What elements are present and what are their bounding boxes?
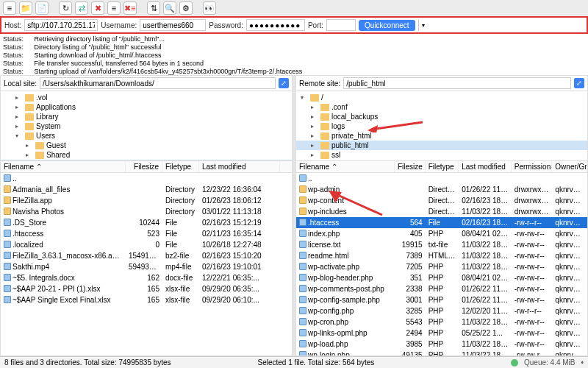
remote-file-header[interactable]: Filename ⌃ Filesize Filetype Last modifi… bbox=[296, 161, 587, 173]
port-input[interactable] bbox=[326, 19, 356, 31]
tree-item[interactable]: ▾/ bbox=[296, 93, 587, 102]
tree-item[interactable]: ▸Shared bbox=[1, 150, 292, 160]
folder-icon bbox=[320, 123, 329, 130]
file-row[interactable]: .htaccess564File02/16/23 18:...-rw-r--r-… bbox=[296, 217, 587, 228]
twisty-icon[interactable]: ▸ bbox=[311, 113, 318, 120]
tree-item[interactable]: ▸logs bbox=[296, 121, 587, 131]
file-row[interactable]: readme.html7389HTML document11/03/22 18:… bbox=[296, 250, 587, 261]
queue-menu-icon[interactable]: • bbox=[581, 358, 584, 367]
remote-tree[interactable]: ▾/▸.conf▸local_backups▸logs▸private_html… bbox=[296, 91, 587, 161]
twisty-icon[interactable]: ▸ bbox=[311, 132, 318, 139]
file-row[interactable]: Navisha PhotosDirectory03/01/22 11:13:18 bbox=[1, 206, 292, 217]
file-row[interactable]: wp-includesDirectory11/03/22 18:...drwxr… bbox=[296, 206, 587, 217]
col-filesize[interactable]: Filesize bbox=[395, 161, 426, 172]
twisty-icon[interactable]: ▸ bbox=[311, 152, 318, 158]
file-row[interactable]: wp-config.php3285PHP12/02/20 11:...-rw-r… bbox=[296, 305, 587, 316]
file-row[interactable]: wp-config-sample.php3001PHP01/26/22 11:3… bbox=[296, 294, 587, 305]
expand-icon[interactable]: ⤢ bbox=[574, 78, 584, 88]
cancel-icon[interactable]: ✖ bbox=[91, 1, 104, 15]
file-row[interactable]: wp-blog-header.php351PHP08/04/21 02:...-… bbox=[296, 272, 587, 283]
col-filetype[interactable]: Filetype bbox=[162, 161, 199, 172]
file-row[interactable]: FileZilla_3.63.1_macosx-x86.app.tar.bz21… bbox=[1, 250, 292, 261]
tree-item[interactable]: ▸Library bbox=[1, 112, 292, 121]
host-input[interactable] bbox=[24, 19, 98, 31]
file-row[interactable]: Sakthi.mp459493311mp4-file02/16/23 19:10… bbox=[1, 261, 292, 272]
remote-path-input[interactable] bbox=[343, 77, 571, 89]
twisty-icon[interactable]: ▸ bbox=[311, 123, 318, 130]
expand-icon[interactable]: ⤢ bbox=[279, 78, 289, 88]
file-row[interactable]: .DS_Store10244File02/16/23 15:12:19 bbox=[1, 217, 292, 228]
col-filesize[interactable]: Filesize bbox=[126, 161, 162, 172]
file-row[interactable]: wp-login.php49135PHP11/03/22 18:...-rw-r… bbox=[296, 350, 587, 355]
col-permissions[interactable]: Permissions bbox=[512, 161, 553, 172]
file-row[interactable]: ~$AAP 20-21 - PPI (1).xlsx165xlsx-file09… bbox=[1, 283, 292, 294]
file-row[interactable]: wp-contentDirectory02/16/23 18:...drwxrw… bbox=[296, 195, 587, 206]
tree-item[interactable]: ▸tmp bbox=[296, 160, 587, 161]
local-path-input[interactable] bbox=[40, 77, 276, 89]
file-row[interactable]: wp-load.php3985PHP11/03/22 18:...-rw-rw-… bbox=[296, 339, 587, 350]
tree-item[interactable]: ▾Users bbox=[1, 131, 292, 141]
file-row[interactable]: FileZilla.appDirectory01/26/23 18:06:12 bbox=[1, 195, 292, 206]
file-row[interactable]: Admania_all_filesDirectory12/23/22 16:36… bbox=[1, 184, 292, 195]
file-row[interactable]: .localized0File10/26/18 12:27:48 bbox=[1, 239, 292, 250]
col-filetype[interactable]: Filetype bbox=[426, 161, 459, 172]
filter-icon[interactable]: ≡ bbox=[107, 1, 121, 15]
tree-item[interactable]: ▸local_backups bbox=[296, 112, 587, 121]
file-row[interactable]: wp-cron.php5543PHP11/03/22 18:...-rw-rw-… bbox=[296, 316, 587, 328]
twisty-icon[interactable]: ▸ bbox=[15, 104, 23, 110]
twisty-icon[interactable]: ▸ bbox=[311, 142, 318, 149]
col-owner[interactable]: Owner/Group bbox=[552, 161, 587, 172]
file-row[interactable]: license.txt19915txt-file11/03/22 18:...-… bbox=[296, 239, 587, 250]
twisty-icon[interactable]: ▸ bbox=[26, 142, 33, 149]
twisty-icon[interactable]: ▸ bbox=[15, 94, 23, 101]
tree-item[interactable]: ▸private_html bbox=[296, 131, 587, 141]
remote-file-list[interactable]: ..wp-adminDirectory01/26/22 11:3...drwxr… bbox=[296, 173, 587, 355]
file-row[interactable]: .. bbox=[1, 173, 292, 184]
col-lastmodified[interactable]: Last modified bbox=[459, 161, 511, 172]
username-input[interactable] bbox=[140, 19, 206, 31]
twisty-icon[interactable]: ▸ bbox=[311, 104, 318, 110]
file-row[interactable]: wp-comments-post.php2338PHP01/26/22 11:3… bbox=[296, 283, 587, 294]
twisty-icon[interactable]: ▸ bbox=[15, 113, 23, 120]
search-icon[interactable]: 🔍 bbox=[163, 1, 176, 15]
twisty-icon[interactable]: ▾ bbox=[15, 132, 23, 139]
tree-item[interactable]: ▸public_html bbox=[296, 141, 587, 150]
quickconnect-dropdown[interactable]: ▾ bbox=[418, 19, 429, 31]
clear-filter-icon[interactable]: ✖≡ bbox=[123, 1, 137, 15]
password-input[interactable] bbox=[246, 19, 305, 31]
settings-icon[interactable]: ⚙ bbox=[179, 1, 193, 15]
tree-item[interactable]: ▸System bbox=[1, 121, 292, 131]
file-row[interactable]: .htaccess523File02/11/23 16:35:14 bbox=[1, 228, 292, 239]
file-row[interactable]: wp-links-opml.php2494PHP05/25/22 1...-rw… bbox=[296, 328, 587, 339]
quickconnect-button[interactable]: Quickconnect bbox=[359, 20, 415, 31]
tree-item[interactable]: ▸Guest bbox=[1, 141, 292, 150]
file-row[interactable]: index.php405PHP08/04/21 02:...-rw-rw-r--… bbox=[296, 228, 587, 239]
twisty-icon[interactable]: ▸ bbox=[15, 123, 23, 130]
refresh-icon[interactable]: ↻ bbox=[59, 1, 72, 15]
local-tree[interactable]: ▸.vol▸Applications▸Library▸System▾Users▸… bbox=[1, 91, 292, 161]
sync-icon[interactable]: ⇄ bbox=[75, 1, 88, 15]
col-lastmodified[interactable]: Last modified bbox=[199, 161, 280, 172]
toolbar-icon[interactable]: 📄 bbox=[35, 1, 49, 15]
transfer-icon[interactable]: ⇅ bbox=[147, 1, 160, 15]
file-row[interactable]: ~$5. Integrals.docx162docx-file12/22/21 … bbox=[1, 272, 292, 283]
tree-item[interactable]: ▸Applications bbox=[1, 102, 292, 112]
file-row[interactable]: wp-adminDirectory01/26/22 11:3...drwxrwx… bbox=[296, 184, 587, 195]
local-file-list[interactable]: ..Admania_all_filesDirectory12/23/22 16:… bbox=[1, 173, 292, 355]
col-filename[interactable]: Filename ⌃ bbox=[296, 161, 395, 172]
file-row[interactable]: ~$AAP Single Excel Final.xlsx165xlsx-fil… bbox=[1, 294, 292, 305]
tree-item[interactable]: ▸ssl bbox=[296, 150, 587, 160]
file-row[interactable]: wp-activate.php7205PHP11/03/22 18:...-rw… bbox=[296, 261, 587, 272]
file-row[interactable]: .. bbox=[296, 173, 587, 184]
twisty-icon[interactable]: ▾ bbox=[301, 94, 308, 101]
local-file-header[interactable]: Filename ⌃ Filesize Filetype Last modifi… bbox=[1, 161, 292, 173]
tree-item[interactable]: ▸.conf bbox=[296, 102, 587, 112]
toolbar-icon[interactable]: 📁 bbox=[19, 1, 32, 15]
col-filename[interactable]: Filename ⌃ bbox=[1, 161, 126, 172]
file-icon bbox=[299, 296, 306, 303]
file-icon bbox=[4, 241, 11, 248]
toolbar-icon[interactable]: ≡ bbox=[3, 1, 16, 15]
twisty-icon[interactable]: ▸ bbox=[26, 152, 33, 158]
find-icon[interactable]: 👀 bbox=[203, 1, 216, 15]
tree-item[interactable]: ▸.vol bbox=[1, 93, 292, 102]
